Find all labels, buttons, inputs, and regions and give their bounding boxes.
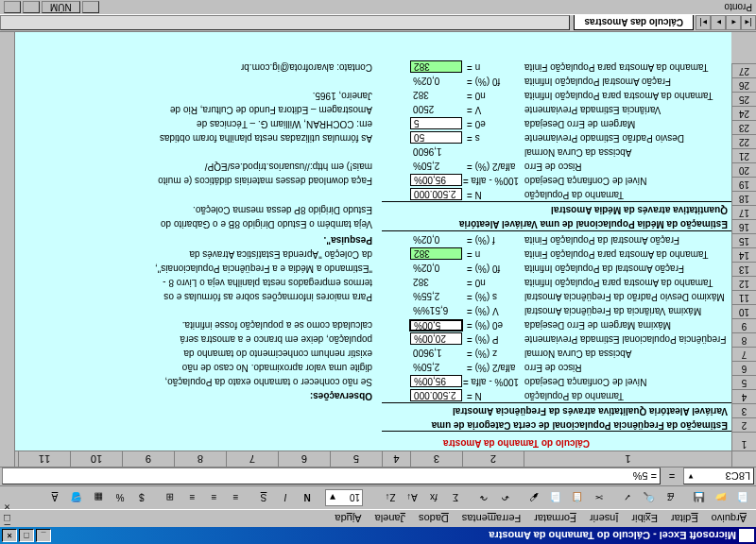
row-header[interactable]: 19 <box>731 177 756 191</box>
font-color-button[interactable]: A <box>44 488 65 508</box>
underline-button[interactable]: S <box>253 488 274 508</box>
row-header[interactable]: 25 <box>731 92 756 106</box>
input-conf[interactable]: 95,00% <box>410 375 462 387</box>
input-e0-selected[interactable]: 5,00% <box>409 319 463 332</box>
row-header[interactable]: 24 <box>731 106 756 120</box>
save-button[interactable]: 💾 <box>689 488 710 508</box>
preview-button[interactable]: 🔍 <box>639 488 660 508</box>
tab-last-button[interactable]: ▸| <box>696 16 711 31</box>
italic-button[interactable]: I <box>275 488 296 508</box>
align-left-button[interactable]: ≡ <box>225 488 246 508</box>
menu-ajuda[interactable]: Ajuda <box>329 512 367 525</box>
row-header[interactable]: 7 <box>731 347 756 361</box>
row-header[interactable]: 1 <box>731 432 756 450</box>
bold-button[interactable]: N <box>297 488 318 508</box>
cell-grid[interactable]: Cálculo do Tamanho da Amostra Estimação … <box>0 32 731 450</box>
input-s2[interactable]: 50 <box>410 131 462 144</box>
sort-asc-button[interactable]: A↓ <box>402 488 422 508</box>
row-header[interactable]: 20 <box>731 162 756 177</box>
col-header[interactable]: 6 <box>278 451 330 467</box>
menu-formatar[interactable]: Formatar <box>528 512 582 525</box>
row-header[interactable]: 26 <box>731 77 756 92</box>
row-header[interactable]: 16 <box>731 219 756 233</box>
row-header[interactable]: 14 <box>731 247 756 262</box>
input-P[interactable]: 20,00% <box>410 332 462 345</box>
new-button[interactable]: 📄 <box>732 488 753 508</box>
row-header[interactable]: 11 <box>731 290 756 304</box>
row-header[interactable]: 21 <box>731 148 756 162</box>
borders-button[interactable]: ▦ <box>88 488 109 508</box>
row-header[interactable]: 18 <box>731 191 756 205</box>
redo-button[interactable]: ↷ <box>473 488 494 508</box>
col-header[interactable]: 1 <box>524 451 731 467</box>
row-header[interactable]: 15 <box>731 233 756 247</box>
vertical-scrollbar[interactable] <box>0 32 15 467</box>
horizontal-scrollbar[interactable] <box>0 16 570 31</box>
col-header[interactable]: 2 <box>462 451 524 467</box>
doc-maximize-button[interactable]: □ <box>4 513 10 524</box>
row-header[interactable]: 12 <box>731 276 756 290</box>
spell-button[interactable]: ✓ <box>617 488 638 508</box>
row-header[interactable]: 4 <box>731 389 756 403</box>
maximize-button[interactable]: □ <box>19 529 34 542</box>
row-header[interactable]: 27 <box>731 63 756 77</box>
print-button[interactable]: 🖨 <box>661 488 681 508</box>
menu-arquivo[interactable]: AArquivorquivo <box>706 512 752 525</box>
sum-button[interactable]: Σ <box>445 488 466 508</box>
col-header[interactable]: 9 <box>122 451 174 467</box>
formula-input[interactable]: = 5% <box>2 468 661 485</box>
select-all-corner[interactable] <box>731 451 756 467</box>
input-N[interactable]: 2.500.000 <box>410 389 462 401</box>
name-box[interactable]: L8C3▼ <box>683 468 754 485</box>
format-painter-button[interactable]: 🖌 <box>524 488 544 508</box>
fill-color-button[interactable]: 🪣 <box>66 488 87 508</box>
minimize-button[interactable]: _ <box>36 529 51 542</box>
merge-button[interactable]: ⊞ <box>160 488 180 508</box>
font-size-select[interactable]: 10▼ <box>325 489 363 506</box>
row-header[interactable]: 10 <box>731 304 756 318</box>
row-header[interactable]: 13 <box>731 262 756 276</box>
doc-minimize-button[interactable]: _ <box>4 524 10 536</box>
undo-button[interactable]: ↶ <box>495 488 516 508</box>
open-button[interactable]: 📂 <box>711 488 731 508</box>
col-header[interactable]: 10 <box>70 451 122 467</box>
menu-exibir[interactable]: Exibir <box>626 512 663 525</box>
col-header[interactable]: 4 <box>382 451 410 467</box>
cut-button[interactable]: ✂ <box>589 488 610 508</box>
menu-janela[interactable]: Janela <box>369 512 411 525</box>
row-header[interactable]: 8 <box>731 332 756 347</box>
menu-inserir[interactable]: Inserir <box>584 512 625 525</box>
tab-first-button[interactable]: |◂ <box>741 16 756 31</box>
input-e02[interactable]: 5 <box>410 117 462 129</box>
row-header[interactable]: 5 <box>731 375 756 389</box>
col-header[interactable]: 7 <box>226 451 278 467</box>
row-header[interactable]: 9 <box>731 318 756 332</box>
paste-button[interactable]: 📄 <box>545 488 566 508</box>
sort-desc-button[interactable]: Z↓ <box>380 488 401 508</box>
col-header[interactable]: 8 <box>174 451 226 467</box>
col-header[interactable]: 3 <box>410 451 462 467</box>
menu-ferramentas[interactable]: Ferramentas <box>456 512 526 525</box>
row-header[interactable]: 23 <box>731 120 756 134</box>
align-right-button[interactable]: ≡ <box>181 488 202 508</box>
sheet-tab[interactable]: Cálculo das Amostras <box>574 16 694 31</box>
currency-button[interactable]: $ <box>131 488 152 508</box>
menu-editar[interactable]: Editar <box>665 512 704 525</box>
tab-prev-button[interactable]: ◂ <box>726 16 741 31</box>
percent-button[interactable]: % <box>110 488 130 508</box>
menu-dados[interactable]: Dados <box>413 512 455 525</box>
copy-button[interactable]: 📋 <box>567 488 588 508</box>
col-header[interactable]: 11 <box>18 451 70 467</box>
row-header[interactable]: 3 <box>731 403 756 417</box>
fx-button[interactable]: fx <box>423 488 444 508</box>
row-header[interactable]: 6 <box>731 361 756 375</box>
input-N2[interactable]: 2.500.000 <box>410 188 462 200</box>
row-header[interactable]: 22 <box>731 134 756 148</box>
row-header[interactable]: 2 <box>731 417 756 432</box>
col-header[interactable]: 5 <box>330 451 382 467</box>
doc-close-button[interactable]: × <box>4 502 10 513</box>
align-center-button[interactable]: ≡ <box>203 488 224 508</box>
row-header[interactable]: 17 <box>731 205 756 219</box>
input-conf2[interactable]: 95,00% <box>410 174 462 186</box>
tab-next-button[interactable]: ▸ <box>711 16 726 31</box>
